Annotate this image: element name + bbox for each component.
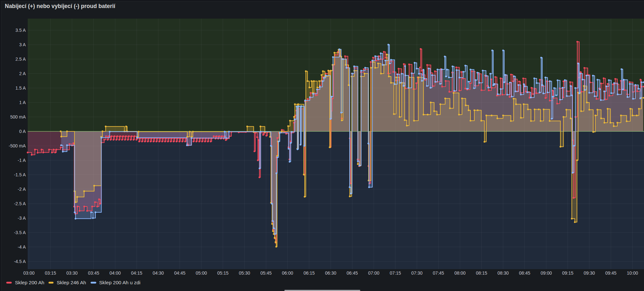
svg-text:-3 A: -3 A [18, 216, 26, 221]
svg-text:Sklep 200 Ah: Sklep 200 Ah [15, 280, 44, 285]
svg-text:06:45: 06:45 [346, 270, 358, 276]
svg-text:Nabíjecí (+) nebo vybíjecí (-): Nabíjecí (+) nebo vybíjecí (-) proud bat… [5, 3, 116, 9]
svg-text:09:15: 09:15 [562, 270, 573, 276]
svg-text:05:45: 05:45 [260, 270, 272, 276]
svg-text:-2 A: -2 A [18, 187, 26, 192]
svg-text:08:30: 08:30 [497, 270, 509, 276]
svg-text:09:00: 09:00 [541, 270, 552, 276]
svg-text:1.5 A: 1.5 A [15, 85, 26, 91]
svg-text:Sklep 246 Ah: Sklep 246 Ah [57, 280, 86, 285]
svg-text:07:15: 07:15 [390, 270, 401, 276]
svg-text:04:45: 04:45 [174, 270, 185, 276]
svg-text:06:30: 06:30 [325, 270, 336, 276]
svg-text:04:15: 04:15 [131, 270, 142, 276]
svg-text:Sklep 200 Ah u zdi: Sklep 200 Ah u zdi [99, 280, 140, 285]
svg-text:03:30: 03:30 [67, 270, 78, 276]
svg-text:-3.5 A: -3.5 A [14, 230, 26, 235]
svg-text:08:15: 08:15 [476, 270, 487, 276]
svg-text:0 A: 0 A [19, 129, 26, 134]
svg-text:06:00: 06:00 [282, 270, 293, 276]
svg-text:04:30: 04:30 [153, 270, 164, 276]
svg-text:1 A: 1 A [19, 100, 26, 105]
svg-text:-4.5 A: -4.5 A [14, 259, 26, 264]
svg-text:-1.5 A: -1.5 A [14, 172, 26, 177]
svg-text:2.5 A: 2.5 A [15, 57, 26, 62]
svg-text:-4 A: -4 A [18, 244, 26, 250]
svg-text:09:45: 09:45 [605, 270, 616, 276]
svg-text:03:15: 03:15 [45, 270, 56, 276]
svg-text:04:00: 04:00 [110, 270, 121, 276]
svg-text:-1 A: -1 A [18, 158, 26, 163]
svg-text:-500 mA: -500 mA [9, 143, 26, 148]
svg-text:-2.5 A: -2.5 A [14, 201, 26, 206]
svg-text:3.5 A: 3.5 A [15, 28, 26, 33]
svg-text:05:30: 05:30 [239, 270, 250, 276]
svg-text:09:30: 09:30 [584, 270, 595, 276]
svg-text:10:00: 10:00 [627, 270, 638, 276]
svg-text:08:00: 08:00 [454, 270, 466, 276]
svg-text:05:15: 05:15 [217, 270, 228, 276]
svg-text:07:30: 07:30 [411, 270, 423, 276]
svg-text:03:45: 03:45 [88, 270, 99, 276]
svg-text:07:45: 07:45 [433, 270, 444, 276]
svg-text:06:15: 06:15 [303, 270, 315, 276]
svg-text:2 A: 2 A [19, 71, 26, 76]
svg-text:07:00: 07:00 [368, 270, 380, 276]
svg-text:03:00: 03:00 [23, 270, 34, 276]
svg-text:08:45: 08:45 [519, 270, 530, 276]
svg-text:3 A: 3 A [19, 42, 26, 47]
svg-text:500 mA: 500 mA [10, 114, 26, 119]
svg-text:05:00: 05:00 [196, 270, 207, 276]
